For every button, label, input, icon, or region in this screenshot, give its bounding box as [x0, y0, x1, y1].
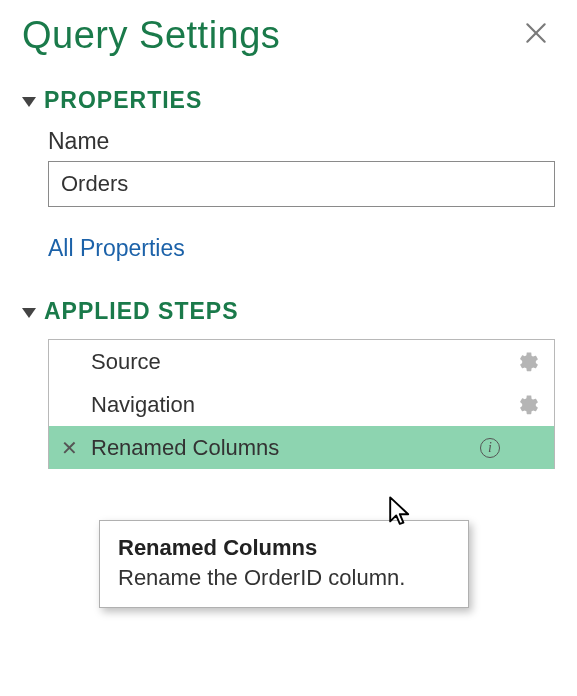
properties-header[interactable]: PROPERTIES: [22, 87, 555, 114]
step-row[interactable]: ✕ Renamed Columns i: [49, 426, 554, 469]
tooltip-title: Renamed Columns: [118, 535, 450, 561]
gear-icon[interactable]: [518, 351, 540, 373]
step-row[interactable]: ✕ Navigation: [49, 383, 554, 426]
properties-title: PROPERTIES: [44, 87, 202, 114]
name-input[interactable]: [48, 161, 555, 207]
gear-icon[interactable]: [518, 394, 540, 416]
delete-step-icon[interactable]: ✕: [61, 436, 78, 460]
applied-steps-title: APPLIED STEPS: [44, 298, 238, 325]
step-label: Renamed Columns: [91, 435, 480, 461]
all-properties-link[interactable]: All Properties: [48, 235, 555, 262]
step-row[interactable]: ✕ Source: [49, 340, 554, 383]
close-icon[interactable]: [517, 20, 555, 51]
tooltip-description: Rename the OrderID column.: [118, 565, 450, 591]
step-label: Source: [91, 349, 518, 375]
step-tooltip: Renamed Columns Rename the OrderID colum…: [99, 520, 469, 608]
panel-title: Query Settings: [22, 14, 280, 57]
step-label: Navigation: [91, 392, 518, 418]
info-icon[interactable]: i: [480, 438, 500, 458]
applied-steps-section: APPLIED STEPS ✕ Source ✕ Navigation ✕ Re…: [22, 298, 555, 469]
collapse-caret-icon: [22, 97, 36, 107]
applied-steps-header[interactable]: APPLIED STEPS: [22, 298, 555, 325]
panel-header: Query Settings: [22, 14, 555, 57]
query-settings-panel: Query Settings PROPERTIES Name All Prope…: [0, 0, 577, 696]
applied-steps-list: ✕ Source ✕ Navigation ✕ Renamed Columns …: [48, 339, 555, 469]
name-label: Name: [48, 128, 555, 155]
collapse-caret-icon: [22, 308, 36, 318]
properties-section: PROPERTIES Name All Properties: [22, 87, 555, 262]
